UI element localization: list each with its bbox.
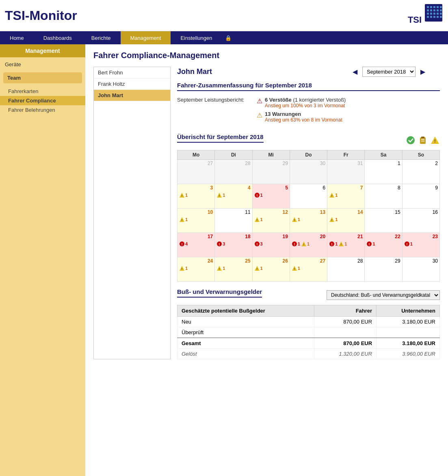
cal-cell-3-1[interactable]: 18!3 — [215, 233, 252, 257]
cal-day-num-4-0: 24 — [179, 258, 213, 265]
calendar-header-row: Überischt für September 2018 ! — [177, 133, 440, 147]
svg-text:!: ! — [341, 243, 342, 246]
page-title: Fahrer Compliance-Management — [93, 51, 440, 60]
month-select[interactable]: September 2018 — [362, 67, 416, 77]
cal-cell-4-6[interactable]: 30 — [402, 257, 439, 282]
cal-day-num-3-1: 18 — [216, 234, 250, 240]
fines-label-1: Überprüft — [177, 327, 314, 338]
cal-cell-2-1[interactable]: 11 — [215, 209, 252, 233]
nav-management[interactable]: Management — [121, 31, 171, 44]
fines-title: Buß- und Verwarnungsgelder — [177, 288, 262, 298]
cal-day-num-3-4: 21 — [329, 234, 363, 240]
cal-cell-1-0[interactable]: 3!1 — [177, 184, 215, 209]
cal-cell-2-6[interactable]: 16 — [402, 209, 439, 233]
header-logo: TSI — [403, 3, 443, 28]
fines-dropdown[interactable]: Deutschland: Buß- und Verwarnungsgeldkat… — [327, 290, 440, 300]
sidebar-item-fahrer-compliance[interactable]: Fahrer Compliance — [0, 96, 85, 105]
sidebar: Management Geräte Team Fahrerkarten Fahr… — [0, 44, 85, 476]
cal-cell-3-3[interactable]: 20!1!1 — [290, 233, 327, 257]
sidebar-item-fahrerkarten[interactable]: Fahrerkarten — [0, 87, 85, 96]
cal-cell-3-4[interactable]: 21!1!1 — [327, 233, 365, 257]
svg-rect-18 — [433, 16, 435, 18]
cal-cell-1-1[interactable]: 4!1 — [215, 184, 252, 209]
cal-cell-0-0[interactable]: 27 — [177, 160, 215, 184]
cal-badges-3-4: !1!1 — [329, 241, 363, 247]
cal-cell-2-2[interactable]: 12!1 — [252, 209, 290, 233]
cal-cell-1-4[interactable]: 7!1 — [327, 184, 365, 209]
fines-col-unternehmen: Unternehmen — [377, 305, 440, 317]
cal-cell-3-6[interactable]: 23!1 — [402, 233, 439, 257]
cal-cell-2-0[interactable]: 10!1 — [177, 209, 215, 233]
cal-cell-3-5[interactable]: 22!1 — [365, 233, 402, 257]
cal-badge-3-6-0: !1 — [404, 241, 413, 247]
cal-cell-2-3[interactable]: 13!1 — [290, 209, 327, 233]
main-nav: Home Dashboards Berichte Management Eins… — [0, 31, 448, 44]
calendar-title: Überischt für September 2018 — [177, 133, 264, 143]
cal-cell-0-4[interactable]: 31 — [327, 160, 365, 184]
calendar-section: Überischt für September 2018 ! — [177, 133, 440, 282]
cal-cell-4-2[interactable]: 26!1 — [252, 257, 290, 282]
cal-badges-2-2: !1 — [254, 217, 288, 222]
cal-badge-3-4-0: !1 — [329, 241, 338, 247]
driver-item-0[interactable]: Bert Frohn — [94, 67, 170, 78]
cal-cell-2-5[interactable]: 15 — [365, 209, 402, 233]
calendar-check-icon[interactable] — [406, 135, 416, 145]
cal-cell-4-1[interactable]: 25!1 — [215, 257, 252, 282]
fines-fahrer-1 — [314, 327, 377, 338]
prev-month-button[interactable]: ◀ — [350, 67, 360, 76]
violations-text-group: 6 Verstöße (1 korrigierter Verstoß) Anst… — [265, 97, 346, 109]
cal-badges-2-4: !1 — [329, 217, 363, 222]
cal-day-num-0-2: 29 — [254, 161, 288, 167]
cal-cell-4-4[interactable]: 28 — [327, 257, 365, 282]
cal-cell-0-1[interactable]: 28 — [215, 160, 252, 184]
svg-rect-5 — [440, 6, 442, 8]
next-month-button[interactable]: ▶ — [418, 67, 428, 76]
cal-day-num-2-3: 13 — [292, 209, 325, 216]
svg-text:!: ! — [219, 242, 220, 246]
cal-badges-1-1: !1 — [216, 192, 250, 198]
cal-badges-3-1: !3 — [216, 241, 250, 247]
nav-home[interactable]: Home — [0, 31, 34, 44]
cal-cell-4-0[interactable]: 24!1 — [177, 257, 215, 282]
cal-cell-3-2[interactable]: 19!3 — [252, 233, 290, 257]
cal-cell-0-3[interactable]: 30 — [290, 160, 327, 184]
svg-rect-13 — [433, 13, 435, 15]
cal-cell-1-5[interactable]: 8 — [365, 184, 402, 209]
driver-item-1[interactable]: Frank Holtz — [94, 78, 170, 90]
cal-cell-1-3[interactable]: 6 — [290, 184, 327, 209]
warning-icon: ⚠ — [257, 111, 262, 119]
cal-cell-4-5[interactable]: 29 — [365, 257, 402, 282]
fines-unternehmen-0: 3.180,00 EUR — [377, 317, 440, 327]
home-button[interactable] — [430, 67, 440, 77]
sidebar-item-fahrer-belehrungen[interactable]: Fahrer Belehrungen — [0, 105, 85, 115]
svg-rect-20 — [440, 16, 442, 18]
calendar-clipboard-icon[interactable] — [418, 135, 428, 145]
nav-dashboards[interactable]: Dashboards — [34, 31, 82, 44]
driver-header: John Mart ◀ September 2018 ▶ — [177, 67, 440, 77]
cal-cell-0-2[interactable]: 29 — [252, 160, 290, 184]
cal-cell-1-6[interactable]: 9 — [402, 184, 439, 209]
svg-rect-19 — [437, 16, 439, 18]
sidebar-geraete[interactable]: Geräte — [0, 57, 85, 69]
cal-cell-0-6[interactable]: 2 — [402, 160, 439, 184]
svg-marker-22 — [433, 70, 437, 74]
nav-einstellungen[interactable]: Einstellungen — [171, 31, 222, 44]
cal-day-num-0-3: 30 — [292, 161, 325, 167]
cal-badges-3-6: !1 — [404, 241, 438, 247]
cal-cell-2-4[interactable]: 14!1 — [327, 209, 365, 233]
svg-text:!: ! — [434, 139, 435, 143]
nav-berichte[interactable]: Berichte — [82, 31, 121, 44]
cal-cell-3-0[interactable]: 17!4 — [177, 233, 215, 257]
cal-cell-1-2[interactable]: 5!1 — [252, 184, 290, 209]
driver-item-2[interactable]: John Mart — [94, 90, 170, 101]
cal-cell-0-5[interactable]: 1 — [365, 160, 402, 184]
calendar-warning-icon[interactable]: ! — [430, 135, 440, 145]
svg-text:!: ! — [294, 242, 295, 246]
warnings-sub: Anstieg um 63% von 8 im Vormonat — [265, 117, 342, 123]
cal-badges-2-0: !1 — [179, 217, 213, 222]
calendar-week-3: 17!418!319!320!1!121!1!122!123!1 — [177, 233, 440, 257]
cal-day-num-4-2: 26 — [254, 258, 288, 265]
cal-cell-4-3[interactable]: 27!1 — [290, 257, 327, 282]
sidebar-team[interactable]: Team — [3, 72, 82, 83]
svg-text:TSI: TSI — [408, 15, 422, 25]
